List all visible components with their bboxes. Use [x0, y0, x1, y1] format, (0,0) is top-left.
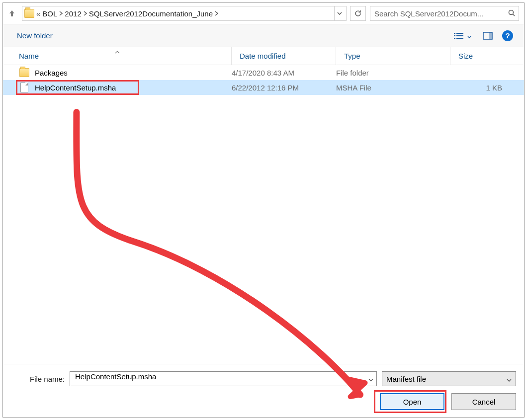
- file-date-cell: 4/17/2020 8:43 AM: [232, 69, 336, 77]
- file-name-cell: HelpContentSetup.msha: [35, 84, 232, 92]
- filetype-label: Manifest file: [386, 375, 426, 383]
- filename-field[interactable]: [74, 372, 364, 381]
- search-input[interactable]: [370, 6, 519, 21]
- column-header-type[interactable]: Type: [336, 47, 450, 65]
- button-label: Cancel: [472, 398, 496, 406]
- file-type-cell: MSHA File: [336, 84, 450, 92]
- svg-line-1: [513, 14, 515, 16]
- svg-rect-9: [489, 32, 492, 39]
- file-size-cell: 1 KB: [450, 84, 524, 92]
- svg-point-0: [509, 10, 514, 14]
- file-type-cell: File folder: [336, 69, 450, 77]
- column-headers: Name Date modified Type Size: [3, 47, 524, 65]
- filetype-select[interactable]: Manifest file: [382, 371, 516, 386]
- filename-label: File name:: [30, 375, 65, 383]
- chevron-left-icon: «: [36, 9, 40, 18]
- svg-rect-2: [454, 33, 455, 34]
- column-header-size[interactable]: Size: [450, 47, 524, 65]
- file-date-cell: 6/22/2012 12:16 PM: [232, 84, 336, 92]
- chevron-right-icon: [59, 11, 63, 16]
- svg-rect-4: [454, 35, 455, 36]
- column-header-date[interactable]: Date modified: [232, 47, 336, 65]
- breadcrumb-item[interactable]: 2012: [65, 9, 81, 18]
- search-icon: [508, 9, 516, 18]
- file-name-cell: Packages: [35, 69, 232, 77]
- column-label: Name: [19, 52, 39, 60]
- open-dialog: « BOL 2012 SQLServer2012Documentation_Ju…: [2, 2, 525, 418]
- svg-rect-5: [456, 35, 463, 36]
- chevron-right-icon: [84, 11, 87, 16]
- button-label: Open: [403, 398, 422, 406]
- search-field[interactable]: [373, 9, 505, 18]
- breadcrumb-item[interactable]: SQLServer2012Documentation_June: [89, 9, 213, 18]
- chevron-down-icon: [507, 375, 512, 383]
- open-button[interactable]: Open: [380, 393, 444, 410]
- help-button[interactable]: ?: [499, 28, 516, 43]
- history-dropdown-button[interactable]: [334, 6, 344, 20]
- chevron-down-icon[interactable]: [368, 375, 373, 383]
- list-item[interactable]: HelpContentSetup.msha 6/22/2012 12:16 PM…: [3, 80, 524, 95]
- cancel-button[interactable]: Cancel: [451, 393, 516, 410]
- column-label: Type: [344, 52, 360, 60]
- list-item[interactable]: Packages 4/17/2020 8:43 AM File folder: [3, 65, 524, 80]
- new-folder-button[interactable]: New folder: [17, 31, 53, 40]
- view-options-button[interactable]: [450, 28, 467, 43]
- toolbar: New folder ?: [3, 24, 524, 47]
- file-icon: [20, 83, 28, 92]
- breadcrumb[interactable]: « BOL 2012 SQLServer2012Documentation_Ju…: [22, 6, 347, 21]
- up-one-level-button[interactable]: [6, 7, 18, 19]
- view-options-dropdown-icon[interactable]: [467, 31, 472, 40]
- address-bar: « BOL 2012 SQLServer2012Documentation_Ju…: [3, 3, 524, 24]
- svg-rect-6: [454, 38, 455, 39]
- help-icon: ?: [502, 30, 513, 41]
- refresh-button[interactable]: [350, 6, 366, 21]
- column-label: Date modified: [240, 52, 286, 60]
- svg-rect-7: [456, 38, 463, 39]
- preview-pane-button[interactable]: [479, 28, 496, 43]
- folder-icon: [24, 9, 34, 18]
- column-label: Size: [458, 52, 473, 60]
- bottom-bar: File name: Manifest file Open Cancel: [3, 364, 524, 417]
- file-list: Packages 4/17/2020 8:43 AM File folder H…: [3, 65, 524, 364]
- filename-input[interactable]: [70, 371, 377, 386]
- sort-asc-icon: [115, 47, 120, 55]
- breadcrumb-item[interactable]: BOL: [42, 9, 57, 18]
- chevron-right-icon: [215, 11, 218, 16]
- svg-rect-3: [456, 33, 463, 34]
- folder-icon: [19, 68, 29, 77]
- column-header-name[interactable]: Name: [3, 47, 232, 65]
